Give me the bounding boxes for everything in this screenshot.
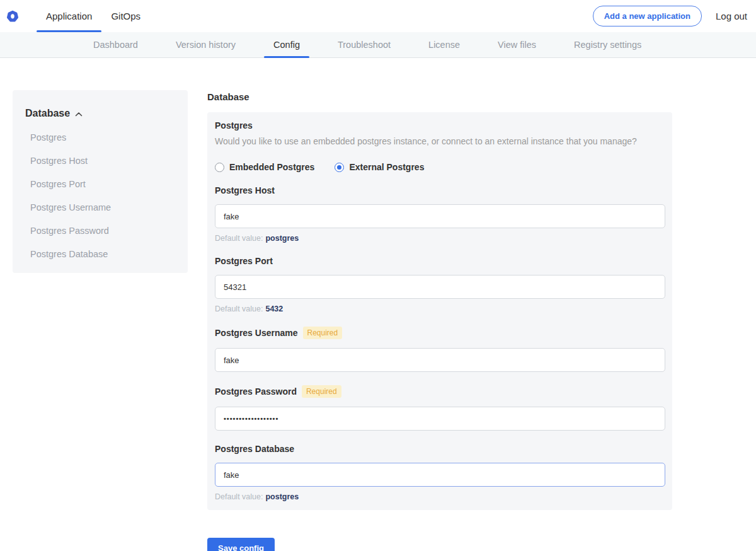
field-postgres-port: Postgres Port Default value:5432 bbox=[215, 256, 665, 313]
app-subnav: Dashboard Version history Config Trouble… bbox=[0, 32, 756, 58]
subnav-tab-view-files[interactable]: View files bbox=[488, 32, 546, 57]
sidebar-group-database[interactable]: Database bbox=[25, 108, 175, 119]
subnav-tab-version-history[interactable]: Version history bbox=[166, 32, 245, 57]
chevron-up-icon bbox=[75, 108, 83, 119]
radio-unselected-icon[interactable] bbox=[215, 163, 224, 172]
postgres-username-input[interactable] bbox=[215, 348, 665, 372]
subnav-tab-dashboard[interactable]: Dashboard bbox=[84, 32, 147, 57]
page-title: Database bbox=[207, 91, 672, 102]
config-main: Database Postgres Would you like to use … bbox=[207, 90, 672, 551]
sidebar-item-postgres-host[interactable]: Postgres Host bbox=[30, 156, 175, 166]
sidebar-item-postgres-port[interactable]: Postgres Port bbox=[30, 179, 175, 189]
postgres-database-input[interactable] bbox=[215, 463, 665, 487]
field-postgres-host: Postgres Host Default value:postgres bbox=[215, 185, 665, 243]
default-value-row: Default value:postgres bbox=[215, 492, 665, 501]
config-sidebar: Database Postgres Postgres Host Postgres… bbox=[13, 90, 188, 273]
field-label: Postgres Port bbox=[215, 256, 273, 266]
config-group-card: Postgres Would you like to use an embedd… bbox=[207, 112, 672, 510]
radio-selected-icon[interactable] bbox=[335, 163, 344, 172]
tab-application-label: Application bbox=[46, 11, 92, 21]
field-label: Postgres Username bbox=[215, 328, 298, 338]
required-badge: Required bbox=[302, 385, 341, 398]
default-value-row: Default value:5432 bbox=[215, 304, 665, 313]
radio-external-postgres[interactable]: External Postgres bbox=[335, 162, 424, 172]
field-label: Postgres Database bbox=[215, 444, 294, 454]
tab-application[interactable]: Application bbox=[37, 0, 101, 32]
subnav-tab-config[interactable]: Config bbox=[264, 32, 309, 57]
app-logo-icon bbox=[6, 10, 19, 23]
postgres-port-input[interactable] bbox=[215, 275, 665, 299]
top-header: Application GitOps Add a new application… bbox=[0, 0, 756, 32]
field-postgres-username: Postgres Username Required bbox=[215, 327, 665, 372]
field-label: Postgres Password bbox=[215, 386, 297, 397]
field-label: Postgres Host bbox=[215, 185, 275, 195]
save-config-button[interactable]: Save config bbox=[207, 538, 275, 551]
default-value-row: Default value:postgres bbox=[215, 234, 665, 243]
postgres-host-input[interactable] bbox=[215, 204, 665, 228]
subnav-tab-troubleshoot[interactable]: Troubleshoot bbox=[328, 32, 400, 57]
field-postgres-database: Postgres Database Default value:postgres bbox=[215, 444, 665, 501]
subnav-tab-registry-settings[interactable]: Registry settings bbox=[564, 32, 651, 57]
sidebar-item-postgres-username[interactable]: Postgres Username bbox=[30, 202, 175, 212]
sidebar-group-label: Database bbox=[25, 108, 70, 119]
postgres-password-input[interactable] bbox=[215, 407, 665, 431]
add-new-application-button[interactable]: Add a new application bbox=[593, 6, 702, 26]
header-right: Add a new application Log out bbox=[593, 6, 756, 26]
radio-embedded-postgres[interactable]: Embedded Postgres bbox=[215, 162, 314, 172]
sidebar-item-postgres-database[interactable]: Postgres Database bbox=[30, 249, 175, 259]
config-item-title: Postgres bbox=[215, 120, 665, 130]
logout-button[interactable]: Log out bbox=[716, 11, 747, 21]
sidebar-item-postgres-password[interactable]: Postgres Password bbox=[30, 226, 175, 236]
sidebar-item-postgres[interactable]: Postgres bbox=[30, 132, 175, 142]
tab-gitops[interactable]: GitOps bbox=[101, 0, 150, 32]
postgres-type-radio-group: Embedded Postgres External Postgres bbox=[215, 162, 665, 172]
field-postgres-password: Postgres Password Required bbox=[215, 385, 665, 431]
required-badge: Required bbox=[303, 327, 343, 339]
subnav-tab-license[interactable]: License bbox=[419, 32, 469, 57]
tab-gitops-label: GitOps bbox=[111, 11, 140, 21]
config-item-help-text: Would you like to use an embedded postgr… bbox=[215, 136, 665, 146]
